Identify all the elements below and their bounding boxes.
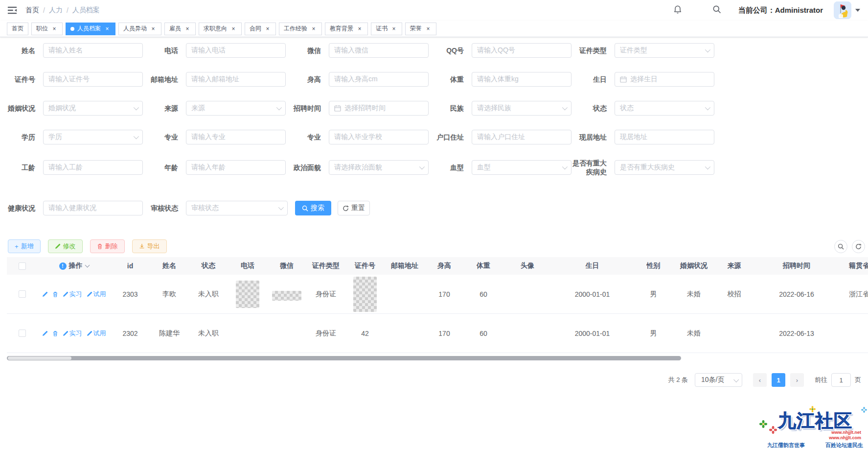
cell-native-place: [838, 314, 868, 353]
avatar[interactable]: [834, 1, 851, 19]
row-intern-link[interactable]: 实习: [63, 290, 82, 299]
tab-position[interactable]: 职位×: [31, 23, 63, 35]
close-icon[interactable]: ×: [310, 25, 317, 32]
add-button[interactable]: +新增: [8, 239, 41, 253]
close-icon[interactable]: ×: [264, 25, 271, 32]
header-op[interactable]: !操作: [37, 257, 111, 275]
cell-birthday: 2000-01-01: [552, 275, 633, 313]
tab-personnel-archive[interactable]: 人员档案×: [66, 23, 115, 35]
chevron-down-icon: [134, 134, 139, 139]
row-trial-link[interactable]: 试用: [87, 290, 106, 299]
tab-honor[interactable]: 荣誉×: [405, 23, 436, 35]
registered-address-input[interactable]: 请输入户口住址: [472, 130, 571, 144]
education-select[interactable]: 学历: [43, 130, 143, 144]
select-all-checkbox[interactable]: [19, 262, 26, 270]
row-delete-icon[interactable]: [52, 291, 58, 297]
name-input[interactable]: 请输入姓名: [43, 43, 143, 58]
source-select[interactable]: 来源: [186, 101, 286, 116]
phone-input[interactable]: 请输入电话: [186, 43, 286, 58]
filter-field-hire-time: 招聘时间 选择招聘时间: [286, 101, 429, 116]
table-header-row: !操作 id 姓名 状态 电话 微信 证件类型 证件号 邮箱地址 身高 体重 头…: [7, 257, 868, 275]
tab-education[interactable]: 教育背景×: [325, 23, 368, 35]
next-page-button[interactable]: ›: [790, 373, 804, 387]
notification-bell-icon[interactable]: [673, 4, 683, 16]
health-input[interactable]: 请输入健康状况: [43, 201, 143, 215]
prev-page-button[interactable]: ‹: [753, 373, 767, 387]
delete-button[interactable]: 删除: [90, 239, 125, 253]
current-address-input[interactable]: 现居地址: [615, 130, 714, 144]
sidebar-toggle-icon[interactable]: [7, 5, 18, 16]
tab-work-experience[interactable]: 工作经验×: [279, 23, 322, 35]
export-button[interactable]: 导出: [132, 239, 167, 253]
breadcrumb: 首页 / 人力 / 人员档案: [25, 6, 100, 15]
major-disease-select[interactable]: 是否有重大疾病史: [615, 160, 714, 175]
current-page[interactable]: 1: [772, 373, 785, 387]
cert-type-select[interactable]: 证件类型: [615, 43, 714, 58]
audit-status-select[interactable]: 审核状态: [186, 201, 288, 215]
tab-personnel-change[interactable]: 人员异动×: [118, 23, 161, 35]
refresh-table-button[interactable]: [852, 240, 865, 253]
school-input[interactable]: 请输入毕业学校: [329, 130, 429, 144]
filter-field-education: 学历 学历: [0, 130, 143, 144]
status-select[interactable]: 状态: [615, 101, 714, 116]
header-gender: 性别: [633, 257, 674, 275]
row-checkbox[interactable]: [19, 330, 26, 337]
ethnic-select[interactable]: 请选择民族: [472, 101, 571, 116]
watermark-slogan: 九江儒韵言世事 百姓论坛道民生: [766, 442, 864, 449]
qq-input[interactable]: 请输入QQ号: [472, 43, 571, 58]
close-icon[interactable]: ×: [51, 25, 58, 32]
tab-contract[interactable]: 合同×: [245, 23, 276, 35]
marital-select[interactable]: 婚姻状况: [43, 101, 143, 116]
weight-input[interactable]: 请输入体重kg: [472, 72, 571, 87]
tab-certificate[interactable]: 证书×: [371, 23, 402, 35]
blood-type-select[interactable]: 血型: [472, 160, 571, 175]
cell-weight: 60: [464, 314, 503, 353]
close-icon[interactable]: ×: [184, 25, 191, 32]
download-icon: [139, 243, 145, 249]
age-input[interactable]: 请输入年龄: [186, 160, 286, 175]
reset-button[interactable]: 重置: [338, 201, 370, 215]
filter-field-qq: QQ号 请输入QQ号: [429, 43, 571, 58]
close-icon[interactable]: ×: [230, 25, 237, 32]
cell-status: 未入职: [189, 314, 228, 353]
edit-button[interactable]: 修改: [48, 239, 83, 253]
wechat-input[interactable]: 请输入微信: [329, 43, 429, 58]
breadcrumb-home[interactable]: 首页: [25, 6, 39, 15]
search-icon[interactable]: [712, 4, 722, 16]
hire-time-datepicker[interactable]: 选择招聘时间: [329, 101, 429, 116]
breadcrumb-hr[interactable]: 人力: [49, 6, 63, 15]
cert-no-input[interactable]: 请输入证件号: [43, 72, 143, 87]
search-button[interactable]: 搜索: [295, 201, 331, 215]
row-delete-icon[interactable]: [52, 331, 58, 336]
political-select[interactable]: 请选择政治面貌: [329, 160, 429, 175]
row-edit-icon[interactable]: [42, 331, 48, 336]
header-cert-type: 证件类型: [306, 257, 345, 275]
row-edit-icon[interactable]: [42, 291, 48, 297]
goto-page-input[interactable]: 1: [831, 373, 851, 387]
show-search-toggle-button[interactable]: [834, 240, 847, 253]
chevron-down-icon[interactable]: [855, 9, 860, 12]
row-intern-link[interactable]: 实习: [63, 329, 82, 338]
scrollbar-thumb[interactable]: [8, 356, 71, 360]
row-trial-link[interactable]: 试用: [87, 329, 106, 338]
close-icon[interactable]: ×: [390, 25, 397, 32]
page-size-select[interactable]: 10条/页: [695, 373, 742, 387]
birthday-datepicker[interactable]: 选择生日: [615, 72, 714, 87]
filter-field-height: 身高 请输入身高cm: [286, 72, 429, 87]
height-input[interactable]: 请输入身高cm: [329, 72, 429, 87]
major-input[interactable]: 请输入专业: [186, 130, 286, 144]
close-icon[interactable]: ×: [356, 25, 363, 32]
work-years-input[interactable]: 请输入工龄: [43, 160, 143, 175]
chevron-down-icon: [562, 164, 568, 169]
horizontal-scrollbar[interactable]: [7, 356, 681, 360]
tab-employee[interactable]: 雇员×: [164, 23, 196, 35]
filter-field-health: 健康状况 请输入健康状况: [0, 201, 143, 215]
email-input[interactable]: 请输入邮箱地址: [186, 72, 286, 87]
tab-home[interactable]: 首页: [7, 23, 28, 35]
page-unit-label: 页: [855, 376, 861, 384]
close-icon[interactable]: ×: [150, 25, 157, 32]
close-icon[interactable]: ×: [425, 25, 432, 32]
tab-job-intention[interactable]: 求职意向×: [199, 23, 242, 35]
row-checkbox[interactable]: [19, 290, 26, 298]
close-icon[interactable]: ×: [104, 25, 111, 32]
